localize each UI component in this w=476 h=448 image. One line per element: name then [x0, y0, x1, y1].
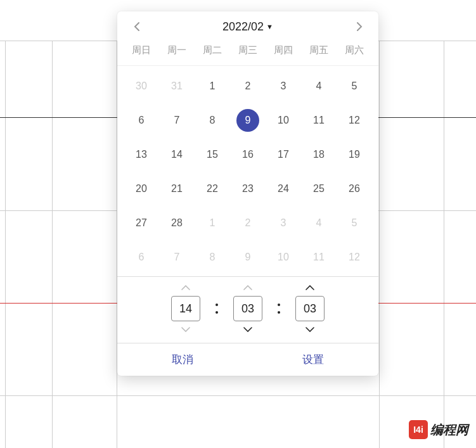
minute-value[interactable]: 03	[233, 296, 262, 321]
chevron-up-icon	[306, 285, 314, 290]
calendar-day[interactable]: 5	[337, 212, 372, 234]
watermark: I4i 编程网	[409, 420, 468, 439]
calendar-day[interactable]: 1	[195, 212, 230, 234]
calendar-day[interactable]: 27	[124, 212, 159, 234]
day-number: 30	[130, 75, 153, 98]
calendar-day[interactable]: 8	[195, 246, 230, 269]
day-number: 13	[130, 143, 153, 166]
weekday-label: 周二	[195, 42, 230, 59]
calendar-day[interactable]: 2	[230, 212, 266, 234]
calendar-day[interactable]: 12	[337, 246, 372, 269]
calendar-day[interactable]: 2	[230, 75, 266, 98]
day-number: 18	[307, 143, 330, 166]
hour-value[interactable]: 14	[171, 296, 200, 321]
second-spinner: 03	[295, 283, 325, 334]
chevron-up-icon	[181, 285, 190, 290]
weekday-row: 周日 周一 周二 周三 周四 周五 周六	[117, 39, 378, 66]
calendar-day[interactable]: 15	[195, 143, 230, 166]
day-number: 2	[236, 212, 259, 234]
day-number: 11	[307, 109, 330, 132]
day-number: 17	[272, 143, 295, 166]
time-picker: 14 03 03	[117, 276, 378, 343]
calendar-day[interactable]: 12	[337, 109, 372, 132]
calendar-day[interactable]: 31	[159, 75, 195, 98]
calendar-day[interactable]: 22	[195, 177, 230, 200]
day-number: 24	[272, 177, 295, 200]
day-number: 5	[343, 75, 366, 98]
day-number: 1	[201, 212, 224, 234]
day-number: 2	[236, 75, 259, 98]
month-year-selector[interactable]: 2022/02 ▼	[222, 20, 273, 34]
chevron-right-icon	[357, 22, 363, 31]
calendar-day[interactable]: 23	[230, 177, 266, 200]
next-month-button[interactable]	[352, 19, 367, 34]
calendar-day[interactable]: 26	[337, 177, 372, 200]
calendar-day[interactable]: 28	[159, 212, 195, 234]
calendar-day[interactable]: 25	[301, 177, 337, 200]
chevron-up-icon	[243, 285, 252, 290]
datepicker-popup: 2022/02 ▼ 周日 周一 周二 周三 周四 周五 周六 303112345…	[117, 11, 378, 376]
set-button[interactable]: 设置	[248, 352, 378, 367]
calendar-day[interactable]: 21	[159, 177, 195, 200]
calendar-day[interactable]: 16	[230, 143, 266, 166]
day-number: 12	[343, 109, 366, 132]
day-number: 10	[272, 109, 295, 132]
calendar-day[interactable]: 4	[301, 212, 337, 234]
day-number: 12	[343, 246, 366, 269]
minute-down-button[interactable]	[243, 325, 252, 334]
calendar-day[interactable]: 6	[124, 246, 159, 269]
calendar-day[interactable]: 30	[124, 75, 159, 98]
calendar-day[interactable]: 20	[124, 177, 159, 200]
calendar-day[interactable]: 5	[337, 75, 372, 98]
calendar-day[interactable]: 14	[159, 143, 195, 166]
weekday-label: 周五	[301, 42, 337, 59]
second-up-button[interactable]	[306, 283, 314, 292]
calendar-grid: 3031123456789101112131415161718192021222…	[117, 66, 378, 276]
minute-spinner: 03	[233, 283, 262, 334]
day-number: 22	[201, 177, 224, 200]
hour-down-button[interactable]	[181, 325, 190, 334]
caret-down-icon: ▼	[266, 23, 273, 30]
calendar-day[interactable]: 3	[266, 75, 301, 98]
watermark-text: 编程网	[430, 421, 468, 438]
calendar-day[interactable]: 18	[301, 143, 337, 166]
day-number: 14	[165, 143, 188, 166]
calendar-day[interactable]: 6	[124, 109, 159, 132]
calendar-day[interactable]: 9	[230, 109, 266, 132]
day-number: 3	[272, 75, 295, 98]
calendar-day[interactable]: 10	[266, 246, 301, 269]
day-number: 10	[272, 246, 295, 269]
day-number: 21	[165, 177, 188, 200]
calendar-day[interactable]: 19	[337, 143, 372, 166]
day-number: 8	[201, 246, 224, 269]
day-number: 25	[307, 177, 330, 200]
day-number: 9	[236, 246, 259, 269]
calendar-day[interactable]: 11	[301, 109, 337, 132]
second-down-button[interactable]	[306, 325, 314, 334]
calendar-day[interactable]: 17	[266, 143, 301, 166]
calendar-day[interactable]: 13	[124, 143, 159, 166]
chevron-down-icon	[306, 327, 314, 332]
day-number: 7	[165, 246, 188, 269]
calendar-day[interactable]: 11	[301, 246, 337, 269]
prev-month-button[interactable]	[129, 19, 144, 34]
cancel-button[interactable]: 取消	[117, 352, 248, 367]
calendar-day[interactable]: 24	[266, 177, 301, 200]
calendar-day[interactable]: 3	[266, 212, 301, 234]
calendar-day[interactable]: 7	[159, 246, 195, 269]
month-year-label: 2022/02	[222, 20, 264, 34]
calendar-day[interactable]: 1	[195, 75, 230, 98]
time-separator	[278, 295, 280, 323]
calendar-day[interactable]: 7	[159, 109, 195, 132]
calendar-day[interactable]: 10	[266, 109, 301, 132]
day-number: 7	[165, 109, 188, 132]
calendar-day[interactable]: 4	[301, 75, 337, 98]
weekday-label: 周一	[159, 42, 195, 59]
hour-up-button[interactable]	[181, 283, 190, 292]
day-number: 31	[165, 75, 188, 98]
calendar-day[interactable]: 9	[230, 246, 266, 269]
calendar-day[interactable]: 8	[195, 109, 230, 132]
day-number: 3	[272, 212, 295, 234]
minute-up-button[interactable]	[243, 283, 252, 292]
second-value[interactable]: 03	[295, 296, 325, 321]
